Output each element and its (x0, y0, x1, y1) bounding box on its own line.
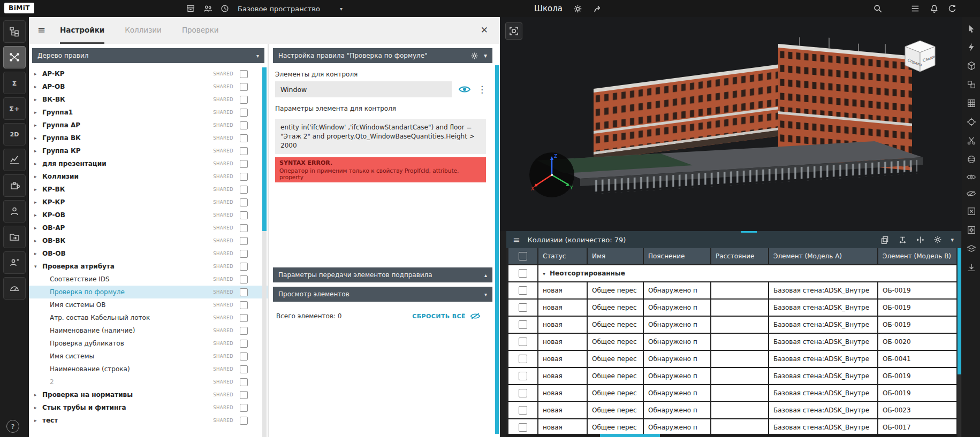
eye-off-icon[interactable] (966, 190, 976, 197)
rule-checkbox[interactable] (240, 378, 248, 386)
column-header[interactable]: Пояснение (644, 248, 710, 264)
focus-model-button[interactable] (505, 22, 522, 40)
chevron-right-icon[interactable]: ▸ (34, 71, 42, 76)
rule-tree-item[interactable]: ▸Проверка на нормативыSHARED (29, 388, 268, 401)
rule-tree-item[interactable]: Проверка по формулеSHARED (29, 286, 268, 298)
copy-rows-icon[interactable] (880, 235, 890, 244)
search-icon[interactable] (872, 3, 883, 14)
chevron-right-icon[interactable]: ▸ (34, 161, 42, 166)
user-button[interactable] (3, 200, 26, 223)
row-checkbox[interactable] (519, 338, 527, 346)
rule-tree-item[interactable]: ▸Группа1SHARED (29, 106, 268, 119)
kebab-menu-icon[interactable]: ⋮ (477, 84, 487, 95)
collisions-vertical-scrollbar[interactable] (958, 248, 961, 437)
rule-checkbox[interactable] (240, 301, 248, 309)
scrollbar-thumb[interactable] (262, 67, 267, 231)
rule-checkbox[interactable] (240, 147, 248, 155)
column-header[interactable]: Элемент (Модель B) (878, 248, 956, 264)
archive-icon[interactable] (185, 3, 196, 14)
bell-icon[interactable] (929, 3, 939, 14)
rule-tree-item[interactable]: ▸ВК-ВКSHARED (29, 93, 268, 106)
select-cursor-icon[interactable] (967, 24, 976, 33)
row-checkbox[interactable] (519, 389, 527, 397)
dashboard-gauge-button[interactable] (3, 277, 26, 300)
tab-collisions[interactable]: Коллизии (125, 17, 162, 44)
rule-tree-item[interactable]: ▸КР-ОВSHARED (29, 209, 268, 221)
table-settings-gear-icon[interactable] (933, 235, 942, 244)
chevron-right-icon[interactable]: ▸ (34, 238, 42, 243)
help-button[interactable]: ? (6, 420, 19, 433)
rule-checkbox[interactable] (240, 263, 248, 271)
column-header[interactable]: Статус (538, 248, 587, 264)
row-checkbox[interactable] (519, 303, 527, 312)
rule-tree-item[interactable]: ▸КР-ВКSHARED (29, 183, 268, 196)
row-checkbox[interactable] (519, 372, 527, 380)
section-scissors-icon[interactable] (967, 136, 976, 145)
rule-tree-item[interactable]: ▸АР-КРSHARED (29, 67, 268, 80)
rule-tree-item[interactable]: ▸Группа КРSHARED (29, 144, 268, 157)
rule-checkbox[interactable] (240, 186, 248, 194)
bimit-logo[interactable]: BiMiT (4, 3, 34, 13)
rule-checkbox[interactable] (240, 83, 248, 91)
rule-tree-item[interactable]: Соответствие IDSSHARED (29, 273, 268, 286)
user-groups-button[interactable] (3, 251, 26, 274)
chevron-right-icon[interactable]: ▸ (34, 405, 42, 410)
rule-checkbox[interactable] (240, 352, 248, 361)
rule-checkbox[interactable] (240, 211, 248, 219)
row-checkbox[interactable] (519, 286, 527, 295)
chevron-right-icon[interactable]: ▸ (34, 225, 42, 231)
cube-icon[interactable] (967, 61, 976, 71)
plugins-button[interactable] (3, 174, 26, 197)
rule-checkbox[interactable] (240, 160, 248, 168)
panel-menu-icon[interactable]: ≡ (37, 24, 45, 35)
rule-checkbox[interactable] (240, 340, 248, 348)
axis-gizmo[interactable]: X Y Z (528, 151, 576, 199)
chevron-right-icon[interactable]: ▸ (34, 418, 42, 423)
rule-checkbox[interactable] (240, 109, 248, 117)
rule-checkbox[interactable] (240, 134, 248, 142)
rule-tree-item[interactable]: Имя системыSHARED (29, 350, 268, 363)
chevron-right-icon[interactable]: ▸ (34, 174, 42, 179)
chevron-right-icon[interactable]: ▸ (34, 84, 42, 89)
column-header[interactable]: Расстояние (711, 248, 768, 264)
scrollbar-thumb[interactable] (600, 434, 660, 437)
rule-tree-item[interactable]: Наименование (наличие)SHARED (29, 324, 268, 337)
rule-tree-item[interactable]: Проверка дубликатовSHARED (29, 337, 268, 350)
grid-icon[interactable] (967, 98, 976, 108)
rule-tree-item[interactable]: Атр. состав Кабельный лотокSHARED (29, 311, 268, 324)
collisions-horizontal-scrollbar[interactable] (506, 434, 956, 437)
rule-checkbox[interactable] (240, 314, 248, 322)
rule-checkbox[interactable] (240, 327, 248, 335)
clash-check-button[interactable] (3, 46, 26, 68)
chevron-right-icon[interactable]: ▸ (34, 187, 42, 192)
row-checkbox[interactable] (519, 406, 527, 415)
rule-checkbox[interactable] (240, 237, 248, 245)
box-remove-icon[interactable] (967, 206, 976, 216)
chevron-right-icon[interactable]: ▸ (34, 200, 42, 205)
rules-tree-scrollbar[interactable] (262, 67, 267, 437)
eye-icon[interactable] (966, 173, 976, 181)
rule-tree-item[interactable]: ▸АР-ОВSHARED (29, 80, 268, 93)
rule-checkbox[interactable] (240, 275, 248, 283)
shared-folder-button[interactable] (3, 226, 26, 248)
workspace-selector[interactable]: Базовое пространство ▾ (238, 0, 343, 17)
box-settings-icon[interactable] (967, 225, 976, 235)
rule-tree-item[interactable]: ▸Группа ВКSHARED (29, 132, 268, 144)
lightning-icon[interactable] (967, 42, 976, 52)
chevron-right-icon[interactable]: ▸ (34, 122, 42, 128)
collapse-panel-chevron-icon[interactable]: ▾ (951, 236, 954, 243)
row-checkbox[interactable] (519, 423, 527, 432)
gear-icon[interactable] (470, 52, 478, 60)
panel-resize-grip[interactable] (741, 231, 757, 233)
chevron-right-icon[interactable]: ▸ (34, 212, 42, 218)
eye-icon[interactable] (458, 85, 471, 94)
rule-checkbox[interactable] (240, 96, 248, 104)
charts-button[interactable] (3, 149, 26, 171)
rule-checkbox[interactable] (240, 224, 248, 232)
rule-tree-item[interactable]: ▸тестSHARED (29, 414, 268, 427)
tab-settings[interactable]: Настройки (60, 17, 104, 44)
rule-checkbox[interactable] (240, 173, 248, 181)
rule-tree-item[interactable]: Имя системы ОВSHARED (29, 298, 268, 311)
column-header[interactable]: Элемент (Модель A) (769, 248, 877, 264)
rule-tree-item[interactable]: ▸для презентацииSHARED (29, 157, 268, 170)
